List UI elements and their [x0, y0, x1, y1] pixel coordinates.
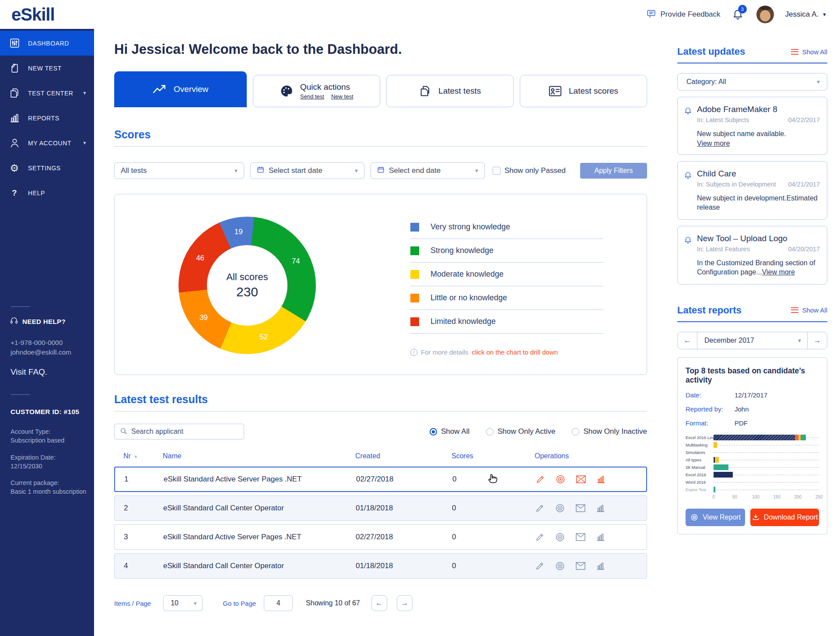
report-month-nav: ← December 2017 ▼ →: [677, 332, 827, 349]
send-test-link[interactable]: Send test: [300, 93, 324, 100]
new-test-link[interactable]: New test: [331, 93, 354, 100]
bar-row: Simulators: [686, 449, 819, 456]
view-report-button[interactable]: View Report: [686, 509, 745, 526]
user-avatar[interactable]: [756, 6, 774, 23]
row-created: 01/18/2018: [346, 504, 443, 513]
update-meta: In: Subjects in Development 04/21/2017: [697, 181, 820, 188]
end-date-select[interactable]: Select end date ▼: [371, 162, 485, 179]
apply-filters-button[interactable]: Apply Filters: [580, 163, 647, 179]
chevron-down-icon: ▼: [797, 338, 802, 343]
edit-pencil-icon[interactable]: [535, 503, 545, 513]
view-eye-icon[interactable]: [555, 561, 565, 571]
bar-segment: [714, 464, 728, 470]
test-filter-select[interactable]: All tests ▼: [114, 162, 244, 179]
sidebar-item-reports[interactable]: REPORTS: [0, 105, 94, 130]
reports-show-all-link[interactable]: Show All: [791, 306, 827, 314]
updates-show-all-link[interactable]: Show All: [791, 48, 827, 56]
scores-donut-chart[interactable]: All scores 230 1974523946: [178, 217, 316, 354]
column-header-operations: Operations: [525, 452, 647, 460]
bar-track: [714, 464, 819, 470]
month-select[interactable]: December 2017 ▼: [697, 332, 808, 349]
column-header-nr[interactable]: Nr▲: [114, 452, 154, 460]
drilldown-link[interactable]: click on the chart to drill down: [472, 348, 558, 356]
bar-row-label: Simulators: [686, 450, 714, 455]
view-eye-icon[interactable]: [555, 532, 565, 542]
results-toolbar: Show All Show Only Active Show Only Inac…: [114, 424, 647, 439]
radio-label: Show All: [441, 427, 469, 436]
table-row[interactable]: 3 eSkill Standard Active Server Pages .N…: [114, 524, 647, 550]
legend-item: Moderate knowledge: [410, 270, 603, 286]
search-input[interactable]: [131, 428, 238, 436]
sidebar-item-my-account[interactable]: MY ACCOUNT ▼: [0, 130, 94, 155]
view-eye-icon[interactable]: [555, 474, 566, 485]
bar-row-label: Excel 2016: [686, 472, 714, 477]
provide-feedback-button[interactable]: Provide Feedback: [647, 9, 721, 21]
tab-quick-actions[interactable]: Quick actions Send test New test: [253, 75, 380, 107]
bar-segment: [714, 442, 717, 448]
update-date: 04/22/2017: [788, 116, 820, 123]
show-only-passed-checkbox[interactable]: Show only Passed: [493, 166, 566, 175]
next-month-button[interactable]: →: [808, 332, 827, 349]
user-menu[interactable]: Jessica A. ▼: [785, 10, 827, 19]
donut-value-label: 46: [196, 254, 204, 263]
tab-latest-tests[interactable]: Latest tests: [386, 75, 514, 107]
account-type-label: Account Type:: [10, 427, 94, 436]
category-filter-select[interactable]: Category: All ▼: [677, 73, 827, 91]
email-envelope-icon[interactable]: [575, 561, 586, 571]
tab-latest-scores[interactable]: Latest scores: [520, 75, 647, 107]
tab-overview[interactable]: Overview: [114, 71, 247, 107]
column-header-scores[interactable]: Scores: [442, 452, 525, 460]
radio-show-only-inactive[interactable]: Show Only Inactive: [572, 427, 647, 436]
bell-icon: [684, 235, 692, 277]
column-header-created[interactable]: Created: [346, 452, 442, 460]
visit-faq-link[interactable]: Visit FAQ.: [10, 367, 94, 377]
prev-month-button[interactable]: ←: [678, 332, 697, 349]
edit-pencil-icon[interactable]: [535, 561, 545, 571]
column-header-name[interactable]: Name: [154, 452, 346, 460]
radio-show-only-active[interactable]: Show Only Active: [486, 427, 555, 436]
update-card[interactable]: Child Care In: Subjects in Development 0…: [677, 161, 827, 220]
table-row[interactable]: 4 eSkill Standard Call Center Operator 0…: [114, 553, 647, 579]
start-date-select[interactable]: Select start date ▼: [250, 162, 364, 179]
notifications-bell-button[interactable]: 3: [732, 7, 745, 21]
edit-pencil-icon[interactable]: [536, 474, 545, 484]
table-row[interactable]: 2 eSkill Standard Call Center Operator 0…: [114, 495, 647, 521]
results-chart-icon[interactable]: [596, 561, 606, 571]
applicant-search[interactable]: [114, 424, 244, 439]
results-chart-icon[interactable]: [596, 474, 606, 484]
row-score: 0: [452, 504, 456, 513]
update-card[interactable]: New Tool – Upload Logo In: Latest Featur…: [677, 226, 827, 285]
prev-page-button[interactable]: ←: [371, 595, 387, 611]
email-envelope-icon[interactable]: [575, 532, 586, 542]
sidebar-item-settings[interactable]: ⚙ SETTINGS: [0, 155, 94, 180]
items-per-page-select[interactable]: 10 ▼: [163, 595, 203, 611]
support-email[interactable]: johndoe@eskill.com: [10, 348, 94, 357]
goto-page-input[interactable]: [264, 595, 293, 611]
bar-row: Word 2016: [686, 478, 819, 486]
sidebar-item-new-test[interactable]: NEW TEST: [0, 56, 94, 81]
results-chart-icon[interactable]: [596, 532, 606, 542]
edit-pencil-icon[interactable]: [535, 532, 545, 542]
email-envelope-icon[interactable]: [575, 503, 586, 513]
sidebar-item-label: NEW TEST: [28, 65, 62, 72]
results-chart-icon[interactable]: [596, 503, 606, 513]
sidebar-item-dashboard[interactable]: DASHBOARD: [0, 31, 94, 56]
sidebar-divider: [10, 306, 30, 307]
list-lines-icon: [791, 307, 798, 313]
view-more-link[interactable]: View more: [697, 140, 730, 148]
section-divider: [114, 411, 647, 411]
update-card[interactable]: Adobe FrameMaker 8 In: Latest Subjects 0…: [677, 97, 827, 155]
download-report-button[interactable]: Download Report: [750, 509, 819, 526]
sidebar-item-test-center[interactable]: TEST CENTER ▼: [0, 81, 94, 105]
row-operations: [526, 532, 647, 542]
radio-show-all[interactable]: Show All: [430, 427, 469, 436]
view-more-link[interactable]: View more: [762, 268, 795, 276]
row-created: 02/27/2018: [347, 475, 443, 484]
sidebar-item-help[interactable]: ? HELP: [0, 180, 94, 205]
table-row[interactable]: 1 eSkill Standard Active Server Pages .N…: [114, 467, 647, 492]
email-envelope-icon[interactable]: [576, 474, 586, 484]
next-page-button[interactable]: →: [397, 595, 413, 611]
view-eye-icon[interactable]: [555, 503, 565, 513]
bar-segment: [714, 487, 715, 492]
legend-swatch: [410, 317, 419, 326]
